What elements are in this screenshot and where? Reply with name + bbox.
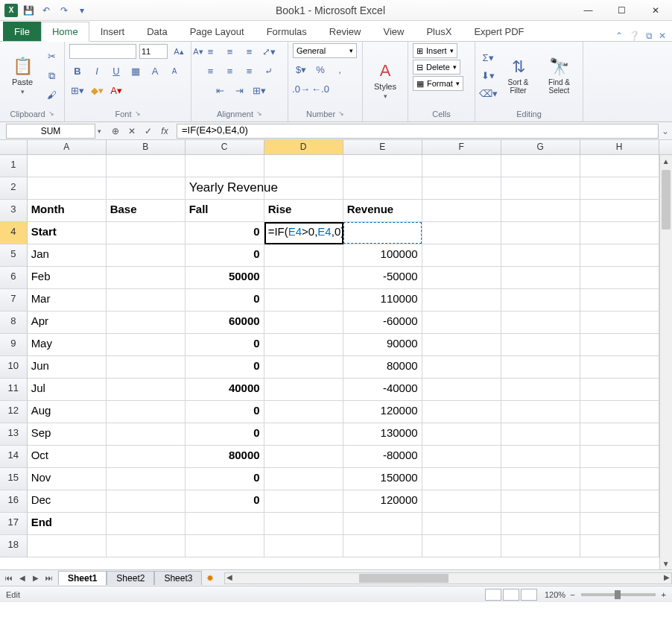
column-header-B[interactable]: B	[107, 140, 186, 154]
cell-C8[interactable]: 60000	[186, 312, 264, 334]
align-top-icon[interactable]: ≡	[203, 43, 219, 60]
cell-D15[interactable]	[264, 468, 343, 490]
cell-H11[interactable]	[580, 379, 659, 401]
cell-G6[interactable]	[501, 267, 580, 289]
cell-G10[interactable]	[501, 356, 580, 379]
cell-D3[interactable]: Rise	[264, 200, 343, 222]
row-header-17[interactable]: 17	[0, 513, 28, 535]
cell-E5[interactable]: 100000	[343, 244, 422, 267]
tab-formulas[interactable]: Formulas	[256, 22, 318, 41]
cell-E6[interactable]: -50000	[343, 267, 422, 289]
row-header-5[interactable]: 5	[0, 244, 28, 267]
font-family-select[interactable]	[69, 44, 136, 59]
align-middle-icon[interactable]: ≡	[222, 43, 238, 60]
cell-C12[interactable]: 0	[186, 401, 264, 423]
tab-home[interactable]: Home	[41, 22, 89, 42]
hscroll-left-icon[interactable]: ◀	[226, 573, 232, 581]
minimize-ribbon-icon[interactable]: ⌃	[615, 31, 623, 41]
column-header-D[interactable]: D	[264, 140, 343, 154]
namebox-dropdown-icon[interactable]: ▾	[95, 127, 104, 135]
cell-D2[interactable]	[264, 177, 343, 200]
cell-H3[interactable]	[580, 200, 659, 222]
column-header-C[interactable]: C	[186, 140, 264, 154]
cell-C14[interactable]: 80000	[186, 446, 264, 468]
cell-A8[interactable]: Apr	[28, 312, 107, 334]
cell-E17[interactable]	[343, 513, 422, 535]
row-header-18[interactable]: 18	[0, 535, 28, 557]
cell-H2[interactable]	[580, 177, 659, 200]
cell-F17[interactable]	[422, 513, 501, 535]
tab-data[interactable]: Data	[136, 22, 178, 41]
clear-icon[interactable]: ⌫▾	[480, 86, 496, 102]
cell-H10[interactable]	[580, 356, 659, 379]
cell-F4[interactable]	[422, 222, 501, 244]
cell-D10[interactable]	[264, 356, 343, 379]
row-header-4[interactable]: 4	[0, 222, 28, 244]
cell-A18[interactable]	[28, 535, 107, 557]
cell-G17[interactable]	[501, 513, 580, 535]
name-box[interactable]: SUM	[6, 124, 95, 139]
fill-color-icon[interactable]: ◆▾	[89, 82, 105, 98]
hscroll-right-icon[interactable]: ▶	[664, 573, 670, 581]
cell-C15[interactable]: 0	[186, 468, 264, 490]
tab-insert[interactable]: Insert	[89, 22, 136, 41]
zoom-out-icon[interactable]: −	[570, 590, 574, 599]
cell-E8[interactable]: -60000	[343, 312, 422, 334]
accounting-icon[interactable]: $▾	[293, 61, 309, 78]
cell-F2[interactable]	[422, 177, 501, 200]
sheet-tab-2[interactable]: Sheet2	[107, 571, 154, 585]
cell-B10[interactable]	[107, 356, 186, 379]
cell-D13[interactable]	[264, 423, 343, 446]
cell-H4[interactable]	[580, 222, 659, 244]
cell-F12[interactable]	[422, 401, 501, 423]
cell-B7[interactable]	[107, 289, 186, 312]
row-header-2[interactable]: 2	[0, 177, 28, 200]
cancel-formula-icon[interactable]: ✕	[124, 124, 139, 139]
cell-E1[interactable]	[343, 155, 422, 177]
cell-F13[interactable]	[422, 423, 501, 446]
insert-cells-button[interactable]: ⊞Insert▾	[413, 43, 457, 58]
sheet-first-icon[interactable]: ⏮	[3, 572, 15, 584]
vertical-scrollbar[interactable]: ▲ ▼	[659, 155, 672, 569]
cell-G12[interactable]	[501, 401, 580, 423]
scroll-down-icon[interactable]: ▼	[660, 557, 672, 569]
qat-more-icon[interactable]: ▾	[75, 3, 89, 18]
select-all-corner[interactable]	[0, 140, 28, 154]
cell-E15[interactable]: 150000	[343, 468, 422, 490]
scroll-up-icon[interactable]: ▲	[660, 155, 672, 167]
border-dropdown-icon[interactable]: ⊞▾	[69, 82, 86, 98]
cell-C7[interactable]: 0	[186, 289, 264, 312]
cell-H6[interactable]	[580, 267, 659, 289]
cell-G5[interactable]	[501, 244, 580, 267]
help-icon[interactable]: ❔	[629, 31, 640, 41]
zoom-level[interactable]: 120%	[545, 590, 565, 599]
window-restore-icon[interactable]: ⧉	[646, 31, 653, 41]
cell-H9[interactable]	[580, 334, 659, 356]
hscroll-thumb[interactable]	[359, 574, 448, 583]
cell-D8[interactable]	[264, 312, 343, 334]
cell-C1[interactable]	[186, 155, 264, 177]
cell-E18[interactable]	[343, 535, 422, 557]
zoom-slider[interactable]	[581, 593, 656, 596]
cell-E11[interactable]: -40000	[343, 379, 422, 401]
cell-B12[interactable]	[107, 401, 186, 423]
cell-G13[interactable]	[501, 423, 580, 446]
font-launcher-icon[interactable]: ↘	[135, 110, 141, 118]
cell-F8[interactable]	[422, 312, 501, 334]
sheet-prev-icon[interactable]: ◀	[16, 572, 28, 584]
cell-G4[interactable]	[501, 222, 580, 244]
align-bottom-icon[interactable]: ≡	[241, 43, 258, 60]
redo-icon[interactable]: ↷	[57, 3, 72, 18]
cell-E10[interactable]: 80000	[343, 356, 422, 379]
formula-input[interactable]: =IF(E4>0,E4,0)	[177, 124, 659, 139]
cell-A9[interactable]: May	[28, 334, 107, 356]
cell-H7[interactable]	[580, 289, 659, 312]
row-header-14[interactable]: 14	[0, 446, 28, 468]
cell-B9[interactable]	[107, 334, 186, 356]
tab-review[interactable]: Review	[318, 22, 373, 41]
cell-C2[interactable]: Yearly Revenue	[186, 177, 264, 200]
column-header-F[interactable]: F	[422, 140, 501, 154]
increase-indent-icon[interactable]: ⇥	[232, 82, 248, 98]
insert-function-icon[interactable]: ⊕	[108, 124, 123, 139]
cell-A4[interactable]: Start	[28, 222, 107, 244]
